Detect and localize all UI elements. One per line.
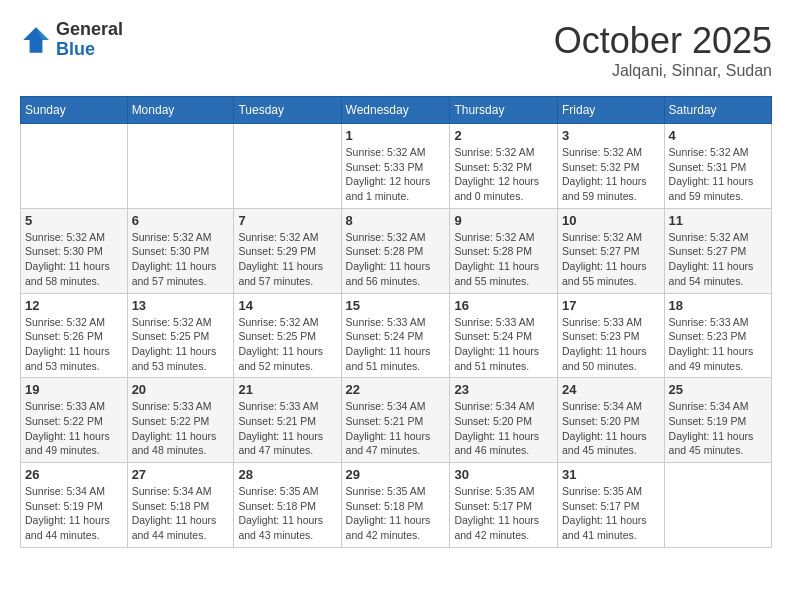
calendar-cell: 2Sunrise: 5:32 AM Sunset: 5:32 PM Daylig…: [450, 124, 558, 209]
day-info: Sunrise: 5:32 AM Sunset: 5:27 PM Dayligh…: [669, 230, 767, 289]
calendar-week-row: 26Sunrise: 5:34 AM Sunset: 5:19 PM Dayli…: [21, 463, 772, 548]
day-number: 5: [25, 213, 123, 228]
calendar-week-row: 5Sunrise: 5:32 AM Sunset: 5:30 PM Daylig…: [21, 208, 772, 293]
weekday-header: Saturday: [664, 97, 771, 124]
weekday-row: SundayMondayTuesdayWednesdayThursdayFrid…: [21, 97, 772, 124]
logo-general: General: [56, 20, 123, 40]
day-number: 3: [562, 128, 660, 143]
day-number: 19: [25, 382, 123, 397]
calendar-cell: 6Sunrise: 5:32 AM Sunset: 5:30 PM Daylig…: [127, 208, 234, 293]
day-info: Sunrise: 5:34 AM Sunset: 5:19 PM Dayligh…: [669, 399, 767, 458]
day-info: Sunrise: 5:33 AM Sunset: 5:24 PM Dayligh…: [346, 315, 446, 374]
title-block: October 2025 Jalqani, Sinnar, Sudan: [554, 20, 772, 80]
day-number: 12: [25, 298, 123, 313]
day-info: Sunrise: 5:32 AM Sunset: 5:29 PM Dayligh…: [238, 230, 336, 289]
calendar-cell: 31Sunrise: 5:35 AM Sunset: 5:17 PM Dayli…: [557, 463, 664, 548]
calendar-cell: 9Sunrise: 5:32 AM Sunset: 5:28 PM Daylig…: [450, 208, 558, 293]
logo-icon: [20, 24, 52, 56]
calendar-cell: 26Sunrise: 5:34 AM Sunset: 5:19 PM Dayli…: [21, 463, 128, 548]
weekday-header: Wednesday: [341, 97, 450, 124]
day-number: 28: [238, 467, 336, 482]
weekday-header: Tuesday: [234, 97, 341, 124]
day-info: Sunrise: 5:32 AM Sunset: 5:26 PM Dayligh…: [25, 315, 123, 374]
day-number: 20: [132, 382, 230, 397]
calendar-header: SundayMondayTuesdayWednesdayThursdayFrid…: [21, 97, 772, 124]
calendar-week-row: 19Sunrise: 5:33 AM Sunset: 5:22 PM Dayli…: [21, 378, 772, 463]
calendar-cell: 20Sunrise: 5:33 AM Sunset: 5:22 PM Dayli…: [127, 378, 234, 463]
calendar-cell: 17Sunrise: 5:33 AM Sunset: 5:23 PM Dayli…: [557, 293, 664, 378]
calendar-cell: 3Sunrise: 5:32 AM Sunset: 5:32 PM Daylig…: [557, 124, 664, 209]
weekday-header: Thursday: [450, 97, 558, 124]
calendar-cell: 16Sunrise: 5:33 AM Sunset: 5:24 PM Dayli…: [450, 293, 558, 378]
calendar-cell: 25Sunrise: 5:34 AM Sunset: 5:19 PM Dayli…: [664, 378, 771, 463]
day-info: Sunrise: 5:35 AM Sunset: 5:17 PM Dayligh…: [454, 484, 553, 543]
calendar-cell: 27Sunrise: 5:34 AM Sunset: 5:18 PM Dayli…: [127, 463, 234, 548]
calendar-cell: 21Sunrise: 5:33 AM Sunset: 5:21 PM Dayli…: [234, 378, 341, 463]
logo-text: General Blue: [56, 20, 123, 60]
calendar-cell: 14Sunrise: 5:32 AM Sunset: 5:25 PM Dayli…: [234, 293, 341, 378]
day-info: Sunrise: 5:35 AM Sunset: 5:18 PM Dayligh…: [238, 484, 336, 543]
day-number: 24: [562, 382, 660, 397]
logo-blue: Blue: [56, 40, 123, 60]
calendar-cell: 19Sunrise: 5:33 AM Sunset: 5:22 PM Dayli…: [21, 378, 128, 463]
day-info: Sunrise: 5:32 AM Sunset: 5:25 PM Dayligh…: [238, 315, 336, 374]
weekday-header: Sunday: [21, 97, 128, 124]
day-info: Sunrise: 5:32 AM Sunset: 5:33 PM Dayligh…: [346, 145, 446, 204]
calendar-week-row: 12Sunrise: 5:32 AM Sunset: 5:26 PM Dayli…: [21, 293, 772, 378]
calendar: SundayMondayTuesdayWednesdayThursdayFrid…: [20, 96, 772, 548]
day-number: 9: [454, 213, 553, 228]
day-info: Sunrise: 5:32 AM Sunset: 5:25 PM Dayligh…: [132, 315, 230, 374]
day-info: Sunrise: 5:33 AM Sunset: 5:21 PM Dayligh…: [238, 399, 336, 458]
calendar-cell: 24Sunrise: 5:34 AM Sunset: 5:20 PM Dayli…: [557, 378, 664, 463]
day-number: 31: [562, 467, 660, 482]
day-number: 15: [346, 298, 446, 313]
weekday-header: Friday: [557, 97, 664, 124]
day-number: 26: [25, 467, 123, 482]
calendar-cell: 7Sunrise: 5:32 AM Sunset: 5:29 PM Daylig…: [234, 208, 341, 293]
day-info: Sunrise: 5:33 AM Sunset: 5:23 PM Dayligh…: [669, 315, 767, 374]
day-info: Sunrise: 5:32 AM Sunset: 5:32 PM Dayligh…: [454, 145, 553, 204]
calendar-cell: [664, 463, 771, 548]
day-number: 27: [132, 467, 230, 482]
day-number: 10: [562, 213, 660, 228]
day-info: Sunrise: 5:33 AM Sunset: 5:22 PM Dayligh…: [132, 399, 230, 458]
day-number: 11: [669, 213, 767, 228]
calendar-cell: 12Sunrise: 5:32 AM Sunset: 5:26 PM Dayli…: [21, 293, 128, 378]
day-info: Sunrise: 5:33 AM Sunset: 5:23 PM Dayligh…: [562, 315, 660, 374]
calendar-cell: 4Sunrise: 5:32 AM Sunset: 5:31 PM Daylig…: [664, 124, 771, 209]
calendar-cell: 15Sunrise: 5:33 AM Sunset: 5:24 PM Dayli…: [341, 293, 450, 378]
calendar-cell: 28Sunrise: 5:35 AM Sunset: 5:18 PM Dayli…: [234, 463, 341, 548]
day-number: 16: [454, 298, 553, 313]
day-number: 8: [346, 213, 446, 228]
day-number: 2: [454, 128, 553, 143]
day-number: 25: [669, 382, 767, 397]
page-header: General Blue October 2025 Jalqani, Sinna…: [20, 20, 772, 80]
day-number: 1: [346, 128, 446, 143]
day-info: Sunrise: 5:32 AM Sunset: 5:28 PM Dayligh…: [346, 230, 446, 289]
location: Jalqani, Sinnar, Sudan: [554, 62, 772, 80]
calendar-week-row: 1Sunrise: 5:32 AM Sunset: 5:33 PM Daylig…: [21, 124, 772, 209]
day-info: Sunrise: 5:35 AM Sunset: 5:18 PM Dayligh…: [346, 484, 446, 543]
calendar-cell: 1Sunrise: 5:32 AM Sunset: 5:33 PM Daylig…: [341, 124, 450, 209]
day-number: 18: [669, 298, 767, 313]
day-info: Sunrise: 5:34 AM Sunset: 5:20 PM Dayligh…: [562, 399, 660, 458]
calendar-cell: 8Sunrise: 5:32 AM Sunset: 5:28 PM Daylig…: [341, 208, 450, 293]
calendar-cell: 30Sunrise: 5:35 AM Sunset: 5:17 PM Dayli…: [450, 463, 558, 548]
day-info: Sunrise: 5:34 AM Sunset: 5:20 PM Dayligh…: [454, 399, 553, 458]
day-info: Sunrise: 5:34 AM Sunset: 5:18 PM Dayligh…: [132, 484, 230, 543]
logo: General Blue: [20, 20, 123, 60]
weekday-header: Monday: [127, 97, 234, 124]
day-info: Sunrise: 5:32 AM Sunset: 5:31 PM Dayligh…: [669, 145, 767, 204]
day-number: 30: [454, 467, 553, 482]
day-number: 14: [238, 298, 336, 313]
calendar-body: 1Sunrise: 5:32 AM Sunset: 5:33 PM Daylig…: [21, 124, 772, 548]
day-number: 7: [238, 213, 336, 228]
calendar-cell: [234, 124, 341, 209]
day-info: Sunrise: 5:32 AM Sunset: 5:28 PM Dayligh…: [454, 230, 553, 289]
day-info: Sunrise: 5:35 AM Sunset: 5:17 PM Dayligh…: [562, 484, 660, 543]
calendar-cell: [127, 124, 234, 209]
day-info: Sunrise: 5:32 AM Sunset: 5:27 PM Dayligh…: [562, 230, 660, 289]
calendar-cell: 18Sunrise: 5:33 AM Sunset: 5:23 PM Dayli…: [664, 293, 771, 378]
calendar-cell: 11Sunrise: 5:32 AM Sunset: 5:27 PM Dayli…: [664, 208, 771, 293]
calendar-cell: 29Sunrise: 5:35 AM Sunset: 5:18 PM Dayli…: [341, 463, 450, 548]
